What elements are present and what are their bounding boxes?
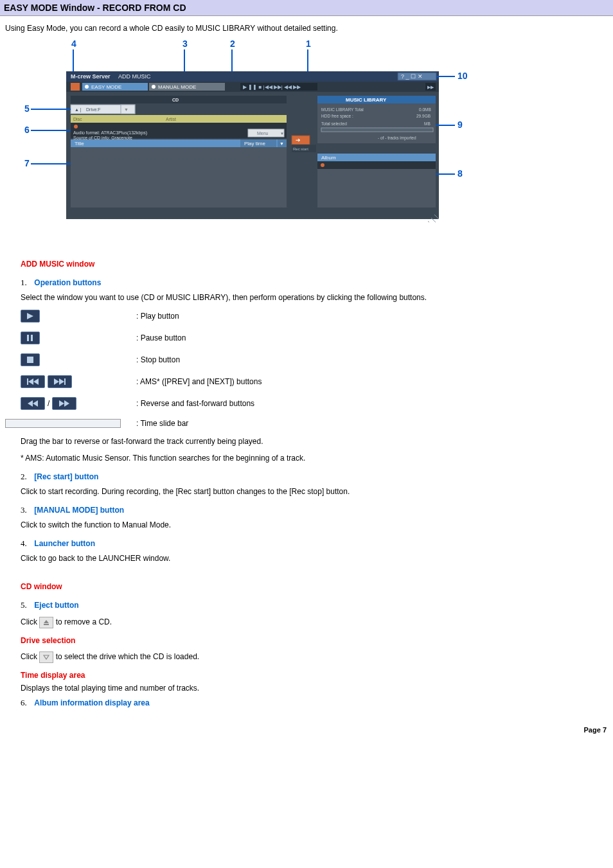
svg-text:▶  ❚❚  ■  |◀◀ ▶▶|  ◀◀ ▶▶: ▶ ❚❚ ■ |◀◀ ▶▶| ◀◀ ▶▶ <box>243 84 301 90</box>
step-2: 2. [Rec start] button Click to start rec… <box>21 472 608 496</box>
svg-marker-77 <box>28 378 33 385</box>
next-track-icon <box>48 375 72 388</box>
svg-rect-73 <box>27 335 29 341</box>
rewind-icon <box>21 397 45 410</box>
revff-row: / : Reverse and fast-forward buttons <box>21 397 608 410</box>
callout-3: 3 <box>182 39 188 49</box>
svg-text:Play time: Play time <box>244 141 265 146</box>
rec-start-heading: [Rec start] button <box>34 472 98 481</box>
page-title: EASY MODE Window - RECORD FROM CD <box>4 3 186 13</box>
svg-marker-82 <box>28 400 33 407</box>
ams-label: : AMS* ([PREV] and [NEXT]) buttons <box>136 377 262 386</box>
svg-text:Rec start: Rec start <box>293 147 308 151</box>
callout-6: 6 <box>24 125 30 135</box>
svg-text:Artist: Artist <box>166 117 176 121</box>
step-number: 2. <box>21 472 32 482</box>
drive-selection-desc: Click to select the drive which the CD i… <box>21 651 608 663</box>
cd-steps-list: 5. Eject button Click to remove a CD. Dr… <box>5 600 608 708</box>
svg-text:CD: CD <box>172 98 179 102</box>
svg-rect-74 <box>31 335 33 341</box>
stop-row: : Stop button <box>21 353 608 366</box>
svg-marker-72 <box>27 313 33 319</box>
callout-2: 2 <box>230 39 235 49</box>
svg-rect-75 <box>27 357 33 363</box>
svg-text:MUSIC LIBRARY: MUSIC LIBRARY <box>346 97 387 103</box>
svg-text:Disc: Disc <box>73 117 82 121</box>
callout-5: 5 <box>24 103 30 114</box>
svg-text:▼: ▼ <box>280 132 284 136</box>
eject-heading: Eject button <box>34 601 78 610</box>
svg-text:- of - tracks imported: - of - tracks imported <box>378 136 416 141</box>
svg-point-14 <box>85 85 89 89</box>
callout-10: 10 <box>458 71 468 81</box>
add-music-window-heading: ADD MUSIC window <box>5 260 608 269</box>
svg-marker-85 <box>64 400 69 407</box>
callout-9: 9 <box>458 120 463 130</box>
steps-list: 1. Operation buttons Select the window y… <box>5 278 608 563</box>
drive-selection-heading: Drive selection <box>21 636 608 645</box>
svg-marker-80 <box>59 378 64 385</box>
timeslide-row: : Time slide bar <box>5 419 608 428</box>
play-row: : Play button <box>21 310 608 323</box>
step-1: 1. Operation buttons Select the window y… <box>21 278 608 463</box>
svg-text:Drive:F: Drive:F <box>86 107 101 112</box>
step-number: 3. <box>21 505 32 515</box>
svg-rect-31 <box>71 115 287 123</box>
stop-label: : Stop button <box>136 355 180 364</box>
svg-marker-88 <box>44 655 49 659</box>
svg-rect-48 <box>71 147 287 208</box>
step-3-desc: Click to switch the function to Manual M… <box>21 520 608 529</box>
callout-4: 4 <box>71 39 76 49</box>
svg-marker-78 <box>33 378 39 385</box>
svg-rect-76 <box>27 378 28 385</box>
time-slide-bar-icon <box>5 419 121 428</box>
step-5-desc: Click to remove a CD. <box>21 617 608 628</box>
button-table: : Play button : Pause button <box>21 310 608 428</box>
svg-marker-84 <box>59 400 64 407</box>
svg-text:Source of CD info: Gracenote: Source of CD info: Gracenote <box>73 136 132 140</box>
step-4: 4. Launcher button Click to go back to t… <box>21 538 608 563</box>
svg-text:ADD MUSIC: ADD MUSIC <box>118 73 151 80</box>
step-5: 5. Eject button Click to remove a CD. Dr… <box>21 600 608 693</box>
svg-point-35 <box>74 125 78 128</box>
step-number: 4. <box>21 538 32 549</box>
svg-text:MB: MB <box>424 121 431 126</box>
play-icon <box>21 310 40 323</box>
launcher-heading: Launcher button <box>34 539 95 548</box>
dropdown-icon <box>39 651 53 663</box>
ams-row: : AMS* ([PREV] and [NEXT]) buttons <box>21 375 608 388</box>
page-title-bar: EASY MODE Window - RECORD FROM CD <box>0 0 613 16</box>
cd-window-heading: CD window <box>5 582 608 591</box>
eject-suffix: to remove a CD. <box>56 617 112 626</box>
page-number: Page 7 <box>0 721 613 738</box>
eject-prefix: Click <box>21 617 39 626</box>
svg-text:HDD free space :: HDD free space : <box>321 114 353 119</box>
album-info-heading: Album information display area <box>34 698 149 707</box>
svg-text:MANUAL MODE: MANUAL MODE <box>158 84 196 90</box>
svg-text:29.9GB: 29.9GB <box>416 114 431 118</box>
svg-text:0.0MB: 0.0MB <box>419 107 431 112</box>
step-4-desc: Click to go back to the LAUNCHER window. <box>21 554 608 563</box>
callout-8: 8 <box>458 168 463 179</box>
step-3: 3. [MANUAL MODE] button Click to switch … <box>21 505 608 529</box>
step-number: 5. <box>21 600 32 610</box>
step-6: 6. Album information display area <box>21 698 608 708</box>
slash-separator: / <box>48 399 49 408</box>
pause-icon <box>21 332 40 344</box>
svg-text:▼: ▼ <box>280 141 284 146</box>
eject-icon <box>39 617 53 628</box>
manual-mode-heading: [MANUAL MODE] button <box>34 506 124 515</box>
svg-text:▲  |: ▲ | <box>75 107 82 112</box>
drive-suffix: to select the drive which the CD is load… <box>56 652 199 661</box>
svg-text:▶▶: ▶▶ <box>427 85 434 89</box>
svg-marker-79 <box>54 378 59 385</box>
svg-rect-70 <box>317 169 436 208</box>
svg-text:Album: Album <box>321 155 336 161</box>
step-number: 6. <box>21 698 32 708</box>
svg-text:?  _  ☐  ✕: ? _ ☐ ✕ <box>401 73 423 80</box>
svg-text:➔: ➔ <box>296 137 301 143</box>
svg-marker-83 <box>33 400 38 407</box>
svg-text:Total selected: Total selected <box>321 121 347 126</box>
svg-text:EASY MODE: EASY MODE <box>91 84 121 90</box>
ams-footnote: * AMS: Automatic Music Sensor. This func… <box>21 454 608 463</box>
